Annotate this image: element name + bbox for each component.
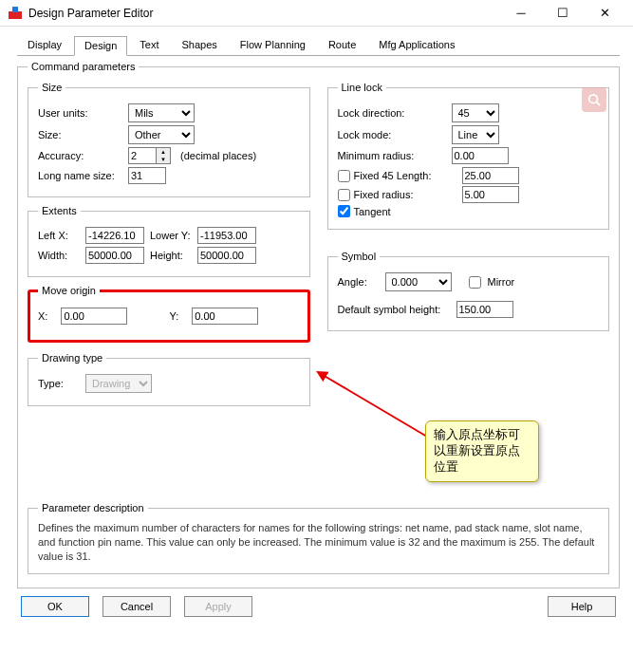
height-input[interactable] [197,247,256,264]
fixed45-label: Fixed 45 Length: [354,170,458,181]
tangent-checkbox[interactable] [338,205,350,217]
tab-flow-planning[interactable]: Flow Planning [230,35,316,55]
fixed-radius-label: Fixed radius: [354,189,458,200]
tangent-label: Tangent [354,206,391,217]
help-button[interactable]: Help [548,596,616,617]
minimize-button[interactable]: ─ [500,0,542,27]
svg-line-4 [597,103,601,106]
move-origin-x-input[interactable] [61,308,127,325]
annotation-callout: 输入原点坐标可以重新设置原点位置 [425,420,539,482]
accuracy-input[interactable] [128,147,157,164]
long-name-input[interactable] [128,167,166,184]
lock-direction-label: Lock direction: [338,107,452,119]
line-lock-legend: Line lock [338,82,386,93]
tab-text[interactable]: Text [129,35,169,55]
accuracy-spinner[interactable]: ▲ ▼ [128,147,171,164]
default-symbol-height-input[interactable] [456,301,513,318]
angle-label: Angle: [338,276,385,288]
close-button[interactable]: ✕ [584,0,625,27]
min-radius-label: Minimum radius: [338,150,452,161]
accuracy-up[interactable]: ▲ [157,148,170,156]
tab-shapes[interactable]: Shapes [172,35,228,55]
maximize-button[interactable]: ☐ [542,0,584,27]
dialog-button-row: OK Cancel Apply Help [17,596,620,617]
drawing-type-group: Drawing type Type: Drawing [28,352,310,406]
symbol-legend: Symbol [338,251,381,262]
ok-button[interactable]: OK [21,596,89,617]
lock-mode-select[interactable]: Line [452,125,499,144]
accuracy-down[interactable]: ▼ [157,156,170,163]
tab-display[interactable]: Display [17,35,72,55]
fixed45-checkbox[interactable] [338,170,350,182]
param-desc-group: Parameter description Defines the maximu… [28,502,609,574]
lowery-label: Lower Y: [150,230,192,241]
angle-select[interactable]: 0.000 [385,272,452,291]
title-bar: Design Parameter Editor ─ ☐ ✕ [0,0,633,27]
svg-point-3 [589,95,598,103]
extents-legend: Extents [38,205,81,216]
accuracy-label: Accuracy: [38,150,128,161]
leftx-label: Left X: [38,230,80,241]
param-desc-text: Defines the maximum number of characters… [38,521,599,564]
extents-group: Extents Left X: Lower Y: Width: Height: [28,205,310,277]
command-parameters-group: Command parameters Size User units: Mils… [17,61,620,588]
tab-route[interactable]: Route [318,35,366,55]
width-label: Width: [38,250,80,261]
search-icon [582,87,606,112]
long-name-label: Long name size: [38,170,128,181]
fixed-radius-input[interactable] [462,186,519,203]
move-origin-legend: Move origin [38,285,100,296]
user-units-select[interactable]: Mils [128,103,195,122]
mirror-checkbox[interactable] [469,276,481,289]
user-units-label: User units: [38,107,128,119]
leftx-input[interactable] [85,227,144,244]
window-title: Design Parameter Editor [28,7,500,20]
min-radius-input[interactable] [452,147,509,164]
accuracy-suffix: (decimal places) [180,150,256,161]
move-origin-y-input[interactable] [192,308,258,325]
command-parameters-legend: Command parameters [28,61,139,72]
apply-button: Apply [184,596,252,617]
height-label: Height: [150,250,192,261]
default-symbol-height-label: Default symbol height: [338,304,456,315]
fixed-radius-checkbox[interactable] [338,189,350,201]
app-icon [8,6,23,21]
drawing-type-select: Drawing [85,374,152,393]
tab-bar: Display Design Text Shapes Flow Planning… [17,35,620,56]
mirror-label: Mirror [488,276,515,288]
lock-mode-label: Lock mode: [338,129,452,140]
lowery-input[interactable] [197,227,256,244]
symbol-group: Symbol Angle: 0.000 Mirror Default symbo… [327,251,610,331]
window-buttons: ─ ☐ ✕ [500,0,625,27]
tab-design[interactable]: Design [74,36,127,56]
cancel-button[interactable]: Cancel [102,596,171,617]
move-origin-x-label: X: [38,310,47,322]
line-lock-group: Line lock Lock direction: 45 Lock mode: … [327,82,610,230]
drawing-type-legend: Drawing type [38,352,106,364]
size-label: Size: [38,129,128,140]
move-origin-group: Move origin X: Y: [28,285,310,343]
size-select[interactable]: Other [128,125,195,144]
tab-mfg-applications[interactable]: Mfg Applications [368,35,465,55]
svg-rect-1 [12,7,18,12]
svg-rect-0 [9,11,22,19]
lock-direction-select[interactable]: 45 [452,103,499,122]
param-desc-legend: Parameter description [38,502,148,513]
size-group: Size User units: Mils Size: Other [28,82,310,197]
size-legend: Size [38,82,65,93]
fixed45-input[interactable] [462,167,519,184]
move-origin-y-label: Y: [169,310,178,322]
width-input[interactable] [85,247,144,264]
drawing-type-label: Type: [38,378,85,389]
